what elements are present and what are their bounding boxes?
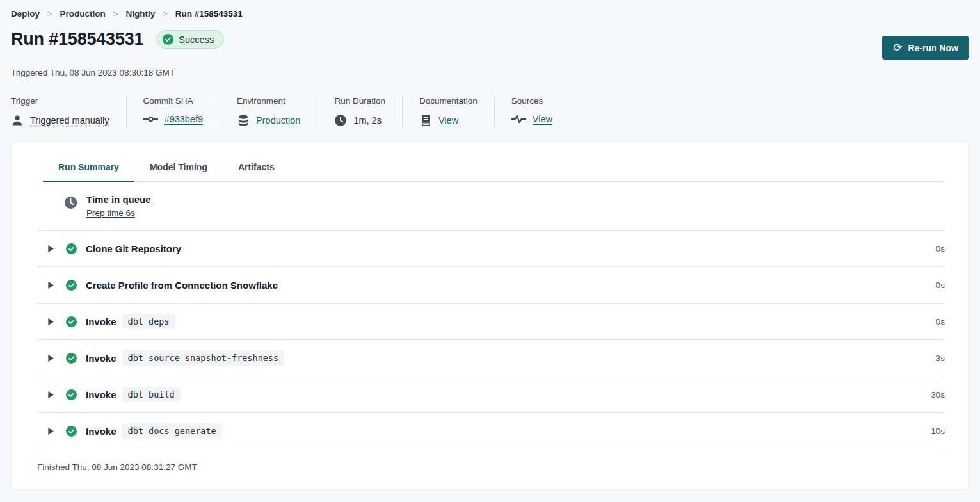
run-summary-card: Run SummaryModel TimingArtifacts Time in… <box>11 141 969 490</box>
expand-caret-icon[interactable] <box>47 318 54 326</box>
meta-label: Commit SHA <box>143 96 203 106</box>
breadcrumb-item[interactable]: Production <box>60 9 106 19</box>
meta-label: Environment <box>237 96 300 106</box>
step-duration: 10s <box>931 426 945 436</box>
tab-bar: Run SummaryModel TimingArtifacts <box>43 158 945 182</box>
status-label: Success <box>179 35 214 45</box>
success-check-icon <box>66 316 77 327</box>
step-label: Invoke <box>86 353 116 364</box>
step-row[interactable]: Clone Git Repository 0s <box>37 231 945 267</box>
expand-caret-icon[interactable] <box>47 427 54 435</box>
step-row[interactable]: Create Profile from Connection Snowflake… <box>37 267 945 304</box>
meta-value[interactable]: #933bef9 <box>165 114 203 124</box>
step-duration: 0s <box>936 280 945 290</box>
step-label: Create Profile from Connection Snowflake <box>86 280 278 291</box>
tab-artifacts[interactable]: Artifacts <box>223 158 290 182</box>
refresh-icon: ⟳ <box>893 42 902 53</box>
header: Run #158543531 Success ⟳ Re-run Now <box>11 29 969 60</box>
meta-column: Environment Production <box>220 96 317 127</box>
breadcrumb-item[interactable]: Nightly <box>125 9 155 19</box>
breadcrumb-item[interactable]: Run #158543531 <box>175 9 243 19</box>
pulse-icon <box>511 115 526 124</box>
person-icon <box>11 114 24 127</box>
meta-label: Trigger <box>11 96 109 106</box>
meta-column: Sources View <box>495 96 569 127</box>
run-detail-page: Deploy>Production>Nightly>Run #158543531… <box>0 0 980 490</box>
step-command: dbt docs generate <box>122 423 222 439</box>
meta-value: Triggered manually <box>30 115 109 125</box>
success-check-icon <box>66 426 77 437</box>
rerun-label: Re-run Now <box>908 43 958 53</box>
meta-row: Trigger Triggered manually Commit SHA #9… <box>11 96 969 127</box>
success-check-icon <box>66 353 77 364</box>
meta-label: Documentation <box>419 96 478 106</box>
step-duration: 0s <box>936 244 945 254</box>
book-icon <box>419 114 432 127</box>
clock-icon <box>334 114 347 127</box>
meta-label: Sources <box>511 96 552 106</box>
step-duration: 0s <box>936 317 945 327</box>
step-row[interactable]: Invoke dbt source snapshot-freshness 3s <box>37 340 945 376</box>
database-icon <box>237 114 250 127</box>
step-duration: 30s <box>931 390 945 400</box>
status-badge: Success <box>156 30 224 49</box>
meta-column: Documentation View <box>403 96 495 127</box>
success-check-icon <box>66 389 77 400</box>
meta-value[interactable]: Production <box>256 115 300 125</box>
step-row[interactable]: Invoke dbt deps 0s <box>37 304 945 340</box>
expand-caret-icon[interactable] <box>47 245 54 253</box>
expand-caret-icon[interactable] <box>47 354 54 362</box>
commit-icon <box>143 115 158 123</box>
chevron-right-icon: > <box>163 9 168 19</box>
step-duration: 3s <box>936 353 945 363</box>
expand-caret-icon[interactable] <box>47 391 54 399</box>
finished-timestamp: Finished Thu, 08 Jun 2023 08:31:27 GMT <box>37 449 945 489</box>
step-row[interactable]: Invoke dbt build 30s <box>37 376 945 413</box>
success-check-icon <box>66 280 77 291</box>
prep-time-link[interactable]: Prep time 6s <box>86 208 135 218</box>
step-row[interactable]: Invoke dbt docs generate 10s <box>37 413 945 449</box>
meta-label: Run Duration <box>334 96 385 106</box>
tab-run-summary[interactable]: Run Summary <box>43 158 134 182</box>
meta-column: Commit SHA #933bef9 <box>127 96 220 127</box>
meta-column: Trigger Triggered manually <box>11 96 127 127</box>
step-command: dbt source snapshot-freshness <box>122 350 285 366</box>
step-label: Invoke <box>86 389 116 400</box>
rerun-now-button[interactable]: ⟳ Re-run Now <box>882 36 969 60</box>
breadcrumb: Deploy>Production>Nightly>Run #158543531 <box>11 6 969 20</box>
step-label: Invoke <box>86 426 116 437</box>
chevron-right-icon: > <box>113 9 118 19</box>
meta-value[interactable]: View <box>438 115 458 125</box>
breadcrumb-item[interactable]: Deploy <box>11 9 40 19</box>
step-label: Invoke <box>86 316 116 327</box>
success-check-icon <box>163 34 173 45</box>
success-check-icon <box>66 243 77 254</box>
clock-icon <box>64 196 77 209</box>
meta-value: 1m, 2s <box>353 115 382 125</box>
expand-caret-icon[interactable] <box>47 281 54 289</box>
step-command: dbt deps <box>122 314 175 329</box>
step-list: Clone Git Repository 0s Create Profile f… <box>37 231 945 449</box>
step-label: Clone Git Repository <box>86 243 181 254</box>
chevron-right-icon: > <box>47 9 52 19</box>
page-title: Run #158543531 <box>11 29 143 49</box>
step-command: dbt build <box>122 387 181 402</box>
time-in-queue-row: Time in queue Prep time 6s <box>37 182 945 231</box>
meta-value[interactable]: View <box>533 114 552 124</box>
queue-title: Time in queue <box>86 194 151 205</box>
tab-model-timing[interactable]: Model Timing <box>134 158 223 182</box>
triggered-timestamp: Triggered Thu, 08 Jun 2023 08:30:18 GMT <box>11 68 969 77</box>
meta-column: Run Duration 1m, 2s <box>317 96 403 127</box>
